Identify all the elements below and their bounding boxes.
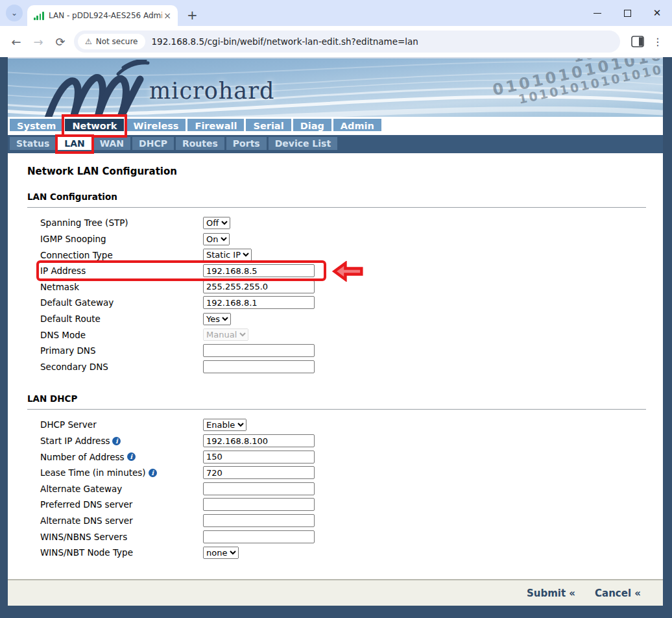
new-tab-button[interactable]: + — [187, 7, 198, 23]
side-panel-icon[interactable] — [627, 31, 649, 53]
alternate-dns-server-label: Alternate DNS server — [40, 515, 203, 526]
main-nav-label: Firewall — [187, 119, 244, 131]
form-row: IP Address — [40, 263, 646, 279]
maximize-button[interactable] — [612, 0, 642, 26]
igmp-snooping-select[interactable]: On — [203, 233, 230, 245]
alternate-gateway-label: Alternate Gateway — [40, 484, 203, 494]
form-row: Number of Addressi — [40, 449, 646, 465]
microhard-banner: microhard 1010101 0101010101010 10101010… — [8, 57, 663, 117]
sub-nav-item-dhcp[interactable]: DHCP — [132, 137, 174, 151]
primary-dns-label: Primary DNS — [40, 345, 203, 356]
info-icon[interactable]: i — [149, 469, 157, 477]
main-nav-label: Wireless — [126, 119, 186, 131]
dns-mode-label: DNS Mode — [40, 330, 203, 340]
browser-titlebar: ⌄ LAN - pDDL924-AES256 Admin × + ✕ — [0, 0, 672, 26]
form-row: Primary DNS — [40, 343, 646, 359]
bottom-navy-bar — [8, 606, 663, 618]
forward-icon[interactable]: → — [27, 31, 49, 53]
tab-close-icon[interactable]: × — [162, 10, 173, 21]
igmp-snooping-label: IGMP Snooping — [40, 234, 203, 244]
main-nav-item-admin[interactable]: Admin — [333, 119, 381, 135]
sub-nav-item-ports[interactable]: Ports — [226, 137, 267, 151]
main-nav: SystemNetworkWirelessFirewallSerialDiagA… — [8, 117, 663, 135]
reload-icon[interactable]: ⟳ — [49, 31, 71, 53]
sub-nav-label: LAN — [58, 137, 91, 150]
url-text: 192.168.8.5/cgi-bin/webif/network-lan-ed… — [152, 36, 418, 47]
default-route-select[interactable]: Yes — [203, 313, 231, 325]
main-nav-item-wireless[interactable]: Wireless — [126, 119, 186, 135]
sub-nav-item-device-list[interactable]: Device List — [269, 137, 337, 151]
spanning-tree-stp-label: Spanning Tree (STP) — [40, 217, 203, 228]
main-nav-item-serial[interactable]: Serial — [246, 119, 291, 135]
netmask-input[interactable] — [203, 280, 315, 293]
lease-time-in-minutes-label: Lease Time (in minutes)i — [40, 467, 203, 478]
wins-nbt-node-type-select[interactable]: none — [203, 547, 239, 559]
dns-mode-select[interactable]: Manual — [203, 328, 248, 341]
number-of-address-label: Number of Addressi — [40, 452, 203, 462]
sub-nav-label: Routes — [176, 137, 224, 150]
form-section: LAN DHCPDHCP ServerEnableStart IP Addres… — [27, 393, 646, 560]
menu-kebab-icon[interactable]: ⋮ — [649, 31, 667, 53]
info-icon[interactable]: i — [112, 437, 121, 445]
main-nav-label: Admin — [333, 119, 381, 131]
default-gateway-label: Default Gateway — [40, 297, 203, 308]
section-divider — [27, 207, 646, 208]
cancel-button[interactable]: Cancel « — [595, 587, 641, 599]
sub-nav-label: DHCP — [132, 137, 174, 150]
ip-address-input[interactable] — [203, 264, 315, 277]
form-row: Start IP Addressi — [40, 433, 646, 449]
connection-type-label: Connection Type — [40, 250, 203, 260]
start-ip-address-label: Start IP Addressi — [40, 436, 203, 446]
form-row: DHCP ServerEnable — [40, 417, 646, 433]
ip-address-label: IP Address — [40, 266, 203, 276]
sub-nav-item-lan[interactable]: LAN — [58, 137, 91, 151]
preferred-dns-server-label: Preferred DNS server — [40, 499, 203, 510]
minimize-button[interactable] — [582, 0, 612, 26]
main-nav-item-network[interactable]: Network — [65, 119, 124, 135]
default-route-label: Default Route — [40, 314, 203, 324]
tab-search-button[interactable]: ⌄ — [6, 5, 23, 21]
form-row: Alternate Gateway — [40, 480, 646, 497]
form-row: Lease Time (in minutes)i — [40, 465, 646, 481]
browser-tab[interactable]: LAN - pDDL924-AES256 Admin × — [27, 5, 178, 26]
number-of-address-input[interactable] — [203, 451, 315, 464]
connection-type-select[interactable]: Static IP — [203, 249, 252, 261]
form-row: WINS/NBNS Servers — [40, 528, 646, 545]
dhcp-server-select[interactable]: Enable — [203, 419, 246, 431]
start-ip-address-input[interactable] — [203, 434, 315, 447]
form-row: WINS/NBT Node Typenone — [40, 545, 646, 561]
alternate-dns-server-input[interactable] — [203, 514, 315, 527]
submit-button[interactable]: Submit « — [527, 587, 575, 599]
wins-nbns-servers-input[interactable] — [203, 530, 315, 543]
tab-title: LAN - pDDL924-AES256 Admin — [49, 11, 162, 20]
page-content: Network LAN Configuration LAN Configurat… — [8, 153, 663, 579]
secondary-dns-input[interactable] — [203, 360, 315, 373]
browser-toolbar: ← → ⟳ ⚠ Not secure 192.168.8.5/cgi-bin/w… — [0, 26, 672, 57]
sub-nav-label: Ports — [226, 137, 267, 150]
not-secure-chip[interactable]: ⚠ Not secure — [78, 34, 145, 49]
alternate-gateway-input[interactable] — [203, 482, 315, 495]
url-bar[interactable]: ⚠ Not secure 192.168.8.5/cgi-bin/webif/n… — [74, 31, 620, 53]
red-arrow-icon — [331, 261, 364, 282]
sub-nav-item-wan[interactable]: WAN — [93, 137, 130, 151]
preferred-dns-server-input[interactable] — [203, 498, 315, 511]
form-footer: Submit « Cancel « — [8, 579, 663, 605]
sub-nav-item-status[interactable]: Status — [10, 137, 56, 151]
info-icon[interactable]: i — [127, 452, 136, 461]
main-nav-label: Diag — [293, 119, 331, 131]
sub-nav-label: Device List — [269, 137, 337, 150]
back-icon[interactable]: ← — [5, 31, 27, 53]
lease-time-in-minutes-input[interactable] — [203, 466, 315, 479]
default-gateway-input[interactable] — [203, 296, 315, 309]
close-button[interactable]: ✕ — [642, 0, 672, 26]
main-nav-item-firewall[interactable]: Firewall — [187, 119, 244, 135]
spanning-tree-stp-select[interactable]: Off — [203, 217, 230, 229]
main-nav-item-diag[interactable]: Diag — [293, 119, 331, 135]
main-nav-label: Network — [65, 119, 124, 131]
main-nav-label: System — [10, 119, 63, 131]
form-row: IGMP SnoopingOn — [40, 231, 646, 247]
form-row: DNS ModeManual — [40, 327, 646, 343]
sub-nav-item-routes[interactable]: Routes — [176, 137, 224, 151]
primary-dns-input[interactable] — [203, 344, 315, 357]
main-nav-item-system[interactable]: System — [10, 119, 63, 135]
